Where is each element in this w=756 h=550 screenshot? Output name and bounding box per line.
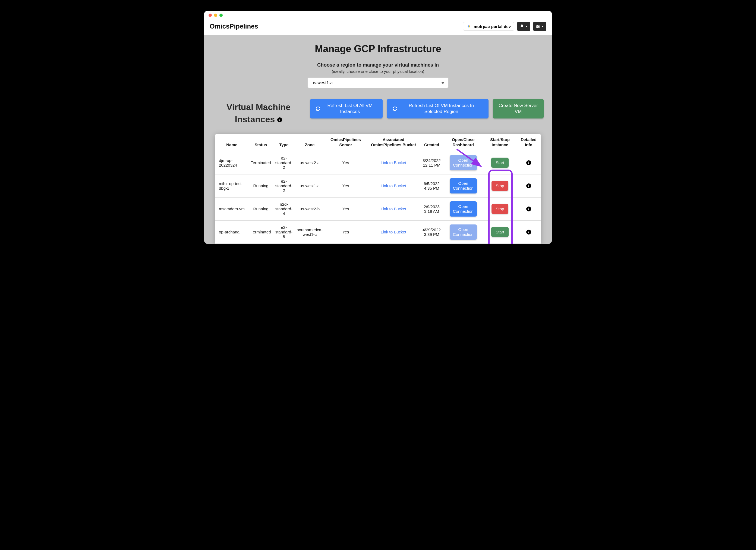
project-name: motrpac-portal-dev [474, 24, 511, 29]
cell-type: e2-standard-2 [273, 174, 295, 197]
cell-status: Running [248, 197, 273, 220]
open-connection-button: OpenConnection [450, 155, 477, 170]
bucket-link[interactable]: Link to Bucket [381, 206, 406, 211]
col-server: OmicsPipelines Server [325, 134, 367, 151]
open-connection-button[interactable]: OpenConnection [450, 178, 477, 193]
col-bucket: Associated OmicsPipelines Bucket [367, 134, 420, 151]
cell-dashboard: OpenConnection [443, 220, 484, 243]
refresh-icon [316, 106, 320, 111]
cell-server: Yes [325, 174, 367, 197]
close-window-button[interactable] [209, 14, 212, 17]
app-window: OmicsPipelines motrpac-portal-dev [204, 11, 552, 244]
minimize-window-button[interactable] [214, 14, 217, 17]
region-label: Choose a region to manage your virtual m… [212, 62, 544, 68]
col-startstop: Start/Stop Instance [484, 134, 516, 151]
col-type: Type [273, 134, 295, 151]
table-row: msamdars-vmRunningn2d-standard-4us-west2… [215, 197, 541, 220]
info-icon[interactable]: i [526, 183, 531, 188]
cell-detail: i [516, 220, 541, 243]
gcp-icon [467, 24, 471, 29]
cell-dashboard: OpenConnection [443, 197, 484, 220]
cell-name: djm-op-20220324 [215, 151, 248, 174]
bucket-link[interactable]: Link to Bucket [381, 229, 406, 234]
app-header: OmicsPipelines motrpac-portal-dev [204, 20, 552, 35]
notifications-button[interactable] [517, 22, 530, 31]
cell-name: msamdars-vm [215, 197, 248, 220]
refresh-all-button[interactable]: Refresh List Of All VM Instances [310, 99, 383, 118]
info-icon[interactable]: i [277, 117, 282, 122]
col-status: Status [248, 134, 273, 151]
page-title: Manage GCP Infrastructure [212, 43, 544, 55]
cell-bucket: Link to Bucket [367, 220, 420, 243]
start-button[interactable]: Start [491, 158, 509, 168]
section-heading: Virtual Machine Instances i [212, 99, 305, 125]
region-select[interactable]: us-west1-a [307, 77, 449, 88]
cell-detail: i [516, 151, 541, 174]
info-icon[interactable]: i [526, 160, 531, 165]
cell-zone: southamerica-west1-c [295, 220, 325, 243]
cell-startstop: Stop [484, 174, 516, 197]
cell-startstop: Start [484, 151, 516, 174]
open-connection-button: OpenConnection [450, 224, 477, 240]
cell-type: e2-standard-2 [273, 151, 295, 174]
cell-bucket: Link to Bucket [367, 174, 420, 197]
cell-created: 4/29/20223:39 PM [420, 220, 443, 243]
info-icon[interactable]: i [526, 206, 531, 211]
refresh-region-button[interactable]: Refresh List Of VM Instances In Selected… [387, 99, 488, 118]
cell-zone: us-west2-b [295, 197, 325, 220]
vm-section-header: Virtual Machine Instances i Refresh List… [212, 99, 544, 125]
bucket-link[interactable]: Link to Bucket [381, 183, 406, 188]
project-selector[interactable]: motrpac-portal-dev [463, 22, 514, 31]
start-button[interactable]: Start [491, 227, 509, 237]
col-zone: Zone [295, 134, 325, 151]
settings-button[interactable] [533, 22, 546, 31]
cell-bucket: Link to Bucket [367, 151, 420, 174]
table-row: djm-op-20220324Terminatede2-standard-2us… [215, 151, 541, 174]
cell-server: Yes [325, 151, 367, 174]
cell-detail: i [516, 197, 541, 220]
maximize-window-button[interactable] [219, 14, 223, 17]
stop-button[interactable]: Stop [492, 181, 509, 191]
table-row: mihir-op-test-dbg-1Runninge2-standard-2u… [215, 174, 541, 197]
info-icon[interactable]: i [526, 229, 531, 234]
stop-button[interactable]: Stop [492, 204, 509, 214]
cell-dashboard: OpenConnection [443, 174, 484, 197]
cell-dashboard: OpenConnection [443, 151, 484, 174]
vm-table: Name Status Type Zone OmicsPipelines Ser… [215, 134, 541, 244]
cell-name: op-archana [215, 220, 248, 243]
open-connection-button[interactable]: OpenConnection [450, 201, 477, 216]
cell-detail: i [516, 174, 541, 197]
table-row: op-archanaTerminatede2-standard-8southam… [215, 220, 541, 243]
cell-server: Yes [325, 197, 367, 220]
svg-point-3 [538, 26, 539, 27]
header-actions: motrpac-portal-dev [463, 22, 546, 31]
col-created: Created [420, 134, 443, 151]
cell-status: Terminated [248, 220, 273, 243]
cell-type: n2d-standard-4 [273, 197, 295, 220]
svg-point-5 [537, 27, 538, 28]
bell-icon [520, 24, 524, 29]
cell-startstop: Start [484, 220, 516, 243]
cell-status: Running [248, 174, 273, 197]
chevron-down-icon [525, 26, 528, 27]
sliders-icon [536, 24, 540, 29]
cell-status: Terminated [248, 151, 273, 174]
brand-title: OmicsPipelines [210, 23, 258, 30]
vm-table-container: Name Status Type Zone OmicsPipelines Ser… [215, 134, 541, 244]
cell-created: 6/5/20224:35 PM [420, 174, 443, 197]
cell-bucket: Link to Bucket [367, 197, 420, 220]
cell-zone: us-west2-a [295, 151, 325, 174]
col-dashboard: Open/Close Dashboard [443, 134, 484, 151]
region-sublabel: (ideally, choose one close to your physi… [212, 69, 544, 74]
bucket-link[interactable]: Link to Bucket [381, 160, 406, 165]
cell-zone: us-west1-a [295, 174, 325, 197]
cell-name: mihir-op-test-dbg-1 [215, 174, 248, 197]
cell-created: 3/24/202212:11 PM [420, 151, 443, 174]
refresh-icon [392, 106, 397, 111]
cell-startstop: Stop [484, 197, 516, 220]
create-vm-button[interactable]: Create New Server VM [493, 99, 544, 118]
main-content: Manage GCP Infrastructure Choose a regio… [204, 35, 552, 244]
mac-titlebar [204, 11, 552, 20]
col-detail: Detailed Info [516, 134, 541, 151]
cell-created: 2/9/20233:18 AM [420, 197, 443, 220]
